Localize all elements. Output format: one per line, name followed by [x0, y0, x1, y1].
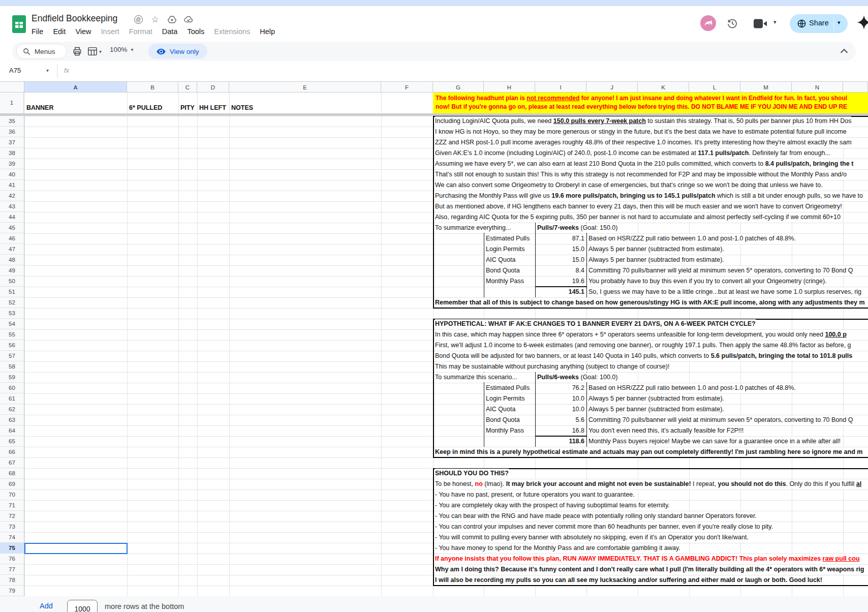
cell-text-H61[interactable]: Login Permits	[486, 394, 524, 404]
cell-text-G74[interactable]: - You will commit to pulling every banne…	[435, 533, 749, 542]
cell-text-H60[interactable]: Estimated Pulls	[486, 383, 530, 393]
share-dropdown-icon[interactable]: ▾	[838, 19, 841, 26]
cell-text-G35[interactable]: Including Login/AIC Quota pulls, we need…	[435, 116, 851, 126]
cell-text-H47[interactable]: Login Permits	[486, 244, 524, 254]
column-header-D[interactable]: D	[197, 81, 229, 93]
cell-text-I64[interactable]: 16.8	[572, 426, 584, 436]
cell-text-G41[interactable]: We can also convert some Origeometry to …	[435, 180, 823, 190]
cell-text-G43[interactable]: But as mentioned above, if HG lengthens …	[435, 202, 842, 211]
cell-text-I51[interactable]: 145.1	[569, 287, 584, 297]
row-header-63[interactable]: 63	[0, 415, 24, 425]
banner-line-1[interactable]: The following headhunt plan is not recom…	[436, 94, 847, 102]
cell-text-I48[interactable]: 15.0	[572, 255, 584, 265]
row-header-68[interactable]: 68	[0, 468, 24, 479]
selected-cell-A75[interactable]	[24, 543, 128, 554]
cell-text-I49[interactable]: 8.4	[576, 266, 584, 276]
row-header-75[interactable]: 75	[0, 543, 24, 554]
row-header-40[interactable]: 40	[0, 169, 24, 180]
row-header-64[interactable]: 64	[0, 425, 24, 436]
cell-text-I45[interactable]: Pulls/7-weeks (Goal: 150.0)	[537, 223, 617, 233]
row-header-37[interactable]: 37	[0, 137, 24, 148]
cell-text-G40[interactable]: That's still not enough to sustain this!…	[435, 170, 847, 179]
cell-text-G59[interactable]: To summarize this scenario...	[435, 373, 517, 382]
row-header-38[interactable]: 38	[0, 148, 24, 159]
column-header-A[interactable]: A	[24, 81, 127, 93]
name-box-dropdown-icon[interactable]: ▾	[46, 68, 49, 73]
row-header-60[interactable]: 60	[0, 383, 24, 393]
cell-text-G39[interactable]: Assuming we have every 5*, we can also e…	[435, 159, 853, 169]
row-header-48[interactable]: 48	[0, 255, 24, 265]
row-header-53[interactable]: 53	[0, 308, 24, 319]
cell-text-J51[interactable]: So, I guess we may have to be a little c…	[588, 287, 861, 297]
cell-text-H64[interactable]: Monthly Pass	[486, 426, 524, 436]
cell-text-I60[interactable]: 76.2	[572, 383, 584, 393]
row-header-58[interactable]: 58	[0, 361, 24, 372]
column-header-J[interactable]: J	[586, 81, 638, 93]
row-header-62[interactable]: 62	[0, 404, 24, 415]
column-title-pity[interactable]: PITY	[180, 103, 195, 112]
version-history-icon[interactable]	[726, 17, 738, 29]
view-only-badge[interactable]: View only	[148, 44, 207, 59]
gemini-icon[interactable]	[857, 15, 868, 29]
row-header-45[interactable]: 45	[0, 223, 24, 233]
column-title-notes[interactable]: NOTES	[231, 103, 253, 112]
rows-count-input[interactable]	[67, 600, 98, 612]
cell-text-G75[interactable]: - You have money to spend for the Monthl…	[435, 543, 680, 553]
collapse-toolbar-icon[interactable]	[842, 48, 849, 55]
column-header-E[interactable]: E	[229, 81, 381, 93]
cell-text-J60[interactable]: Based on HSR/ZZZ pull ratio between 1.0 …	[588, 383, 796, 393]
cell-text-G36[interactable]: I know HG is not Hoyo, so they may be mo…	[435, 127, 847, 137]
row-header-39[interactable]: 39	[0, 159, 24, 169]
table-view-icon[interactable]: ▾	[87, 46, 105, 56]
row-header-71[interactable]: 71	[0, 500, 24, 511]
column-header-F[interactable]: F	[381, 81, 433, 93]
cell-text-H49[interactable]: Bond Quota	[486, 266, 520, 276]
cell-text-I59[interactable]: Pulls/6-weeks (Goal: 100.0)	[537, 373, 617, 382]
column-header-K[interactable]: K	[638, 81, 689, 93]
cell-text-G58[interactable]: This may be sustainable without purchasi…	[435, 362, 669, 372]
row-header-70[interactable]: 70	[0, 489, 24, 500]
cell-text-J61[interactable]: Always 5 per banner (subtracted from est…	[588, 394, 724, 404]
cell-text-G37[interactable]: ZZZ and HSR post-1.0 pull income average…	[435, 138, 852, 147]
cell-text-I62[interactable]: 10.0	[572, 405, 584, 414]
menus-search-button[interactable]: Menus	[16, 44, 67, 59]
cell-text-I61[interactable]: 10.0	[572, 394, 584, 404]
cell-text-I65[interactable]: 118.6	[569, 437, 584, 446]
cell-text-J47[interactable]: Always 5 per banner (subtracted from est…	[588, 244, 724, 254]
name-box[interactable]: A75	[9, 67, 21, 74]
row-header-67[interactable]: 67	[0, 457, 24, 468]
cell-text-H63[interactable]: Bond Quota	[486, 415, 520, 425]
row-header-54[interactable]: 54	[0, 319, 24, 329]
cell-text-G70[interactable]: - You have no past, present, or future o…	[435, 490, 635, 500]
cell-text-G38[interactable]: Given AK:E's 1.0 income (including Login…	[435, 148, 830, 158]
row-header-50[interactable]: 50	[0, 276, 24, 287]
column-header-G[interactable]: G	[433, 81, 484, 93]
row-header-66[interactable]: 66	[0, 447, 24, 457]
cell-text-G42[interactable]: Purchasing the Monthly Pass will give us…	[435, 191, 863, 201]
cell-text-G57[interactable]: Bond Quota will be adjusted for two bann…	[435, 351, 852, 361]
banner-line-2[interactable]: now! But if you're gonna go on, please a…	[436, 103, 847, 111]
cell-text-J48[interactable]: Always 5 per banner (subtracted from est…	[588, 255, 724, 265]
cell-text-G44[interactable]: Also, regarding AIC Quota for the 5 expi…	[435, 212, 841, 222]
row-header-61[interactable]: 61	[0, 393, 24, 404]
cell-text-J46[interactable]: Based on HSR/ZZZ pull ratio between 1.0 …	[588, 234, 796, 243]
cell-text-G68[interactable]: SHOULD YOU DO THIS?	[435, 469, 509, 478]
row-header-79[interactable]: 79	[0, 586, 24, 596]
row-header-35[interactable]: 35	[0, 116, 24, 127]
cell-text-J64[interactable]: You don't even need this, it's actually …	[588, 426, 743, 436]
cell-text-G71[interactable]: - You are completely okay with the prosp…	[435, 501, 670, 510]
row-header-76[interactable]: 76	[0, 554, 24, 564]
cell-text-I46[interactable]: 87.1	[572, 234, 584, 243]
row-header-42[interactable]: 42	[0, 191, 24, 201]
row-header-56[interactable]: 56	[0, 340, 24, 351]
zoom-control[interactable]: 100% ▾	[110, 46, 134, 53]
column-header-M[interactable]: M	[740, 81, 792, 93]
share-button[interactable]: Share ▾	[790, 14, 848, 33]
row-header-55[interactable]: 55	[0, 329, 24, 340]
cell-text-G77[interactable]: Why am I doing this? Because it's funny …	[435, 565, 864, 574]
cell-text-G76[interactable]: If anyone insists that you follow this p…	[435, 554, 860, 564]
row-header-1[interactable]: 1	[0, 93, 24, 113]
cell-text-G66[interactable]: Keep in mind this is a purely hypothetic…	[435, 447, 862, 457]
column-header-B[interactable]: B	[127, 81, 178, 93]
column-header-N[interactable]: N	[792, 81, 843, 93]
